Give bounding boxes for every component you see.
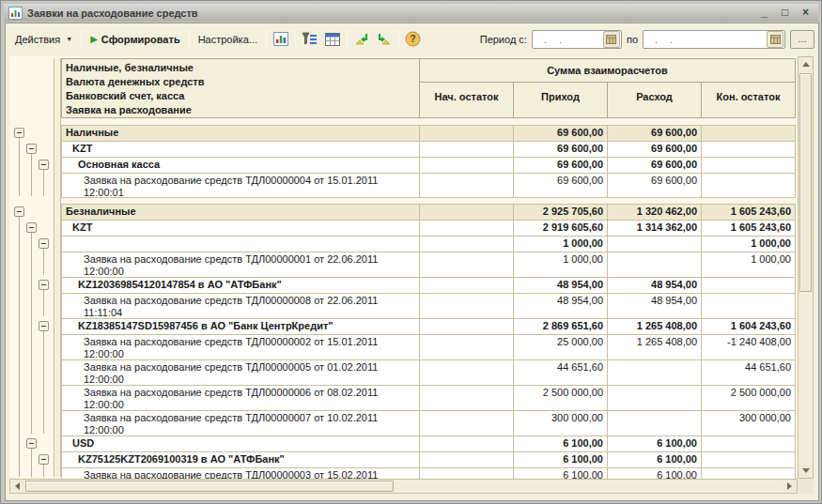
help-button[interactable]: ? [402, 28, 425, 51]
cell-begin-balance [420, 221, 514, 236]
cell-income: 6 100,00 [514, 452, 608, 467]
period-to-input[interactable]: . . [643, 30, 785, 49]
cell-income: 69 600,00 [514, 126, 608, 141]
toolbar-separator [295, 30, 296, 49]
tree-connector [43, 290, 44, 316]
collapse-toggle[interactable] [39, 280, 49, 290]
report-area: Наличные, безналичные Валюта денежных ср… [9, 56, 798, 479]
generate-label: Сформировать [101, 34, 180, 45]
table-settings-button[interactable] [321, 28, 344, 51]
collapse-toggle[interactable] [39, 238, 49, 249]
table-row[interactable]: 1 000,001 000,00 [61, 236, 796, 252]
app-window: Заявки на расходование средств _ □ × Дей… [0, 0, 822, 504]
cell-begin-balance [420, 126, 514, 141]
cell-begin-balance [420, 468, 514, 479]
cell-expense: 69 600,00 [608, 126, 702, 141]
report-variant-button[interactable] [270, 28, 292, 51]
scroll-up-button[interactable] [799, 57, 813, 71]
tree-connector [19, 217, 20, 477]
cell-income: 2 869 651,60 [514, 319, 608, 334]
collapse-groups-button[interactable] [350, 28, 373, 51]
actions-button[interactable]: Действия ▼ [9, 28, 78, 51]
table-row[interactable]: KZT2 919 605,601 314 362,001 605 243,60 [61, 220, 796, 236]
table-row[interactable]: USD6 100,006 100,00 [61, 435, 796, 451]
calendar-button[interactable] [767, 31, 783, 48]
cell-income: 300 000,00 [514, 411, 608, 435]
table-row[interactable]: Заявка на расходование средств ТДЛ000000… [61, 359, 796, 385]
scroll-left-button[interactable] [10, 480, 24, 493]
filter-button[interactable] [299, 28, 321, 51]
scroll-down-button[interactable] [799, 464, 813, 478]
table-row[interactable]: Заявка на расходование средств ТДЛ000000… [61, 385, 796, 410]
vertical-scroll-thumb[interactable] [799, 73, 812, 292]
scroll-right-button[interactable] [783, 480, 797, 493]
horizontal-scrollbar[interactable] [9, 479, 798, 494]
row-label: Заявка на расходование средств ТДЛ000000… [61, 411, 420, 435]
cell-begin-balance [420, 205, 514, 220]
play-icon: ▶ [90, 34, 98, 44]
cell-income: 6 100,00 [514, 436, 608, 451]
collapse-toggle[interactable] [26, 438, 37, 449]
cell-begin-balance [420, 294, 514, 318]
table-row[interactable]: Заявка на расходование средств ТДЛ000000… [61, 467, 796, 479]
collapse-toggle[interactable] [39, 321, 49, 331]
collapse-toggle[interactable] [26, 222, 37, 233]
table-row[interactable]: KZ120369854120147854 в АО "АТФБанк"48 95… [61, 277, 796, 293]
row-label: Основная касса [61, 158, 420, 173]
title-bar[interactable]: Заявки на расходование средств _ □ × [4, 4, 818, 22]
cell-begin-balance [420, 411, 514, 435]
cell-income: 69 600,00 [514, 142, 608, 157]
vertical-scrollbar[interactable] [798, 56, 814, 479]
cell-expense [608, 386, 702, 410]
tree-connector [31, 154, 32, 196]
row-label: Наличные [61, 126, 420, 141]
table-row[interactable]: Заявка на расходование средств ТДЛ000000… [61, 252, 796, 277]
cell-end-balance: 2 500 000,00 [702, 386, 796, 410]
toolbar-separator [398, 30, 399, 49]
cell-begin-balance [420, 278, 514, 293]
row-label: Заявка на расходование средств ТДЛ000000… [61, 294, 420, 318]
cell-end-balance [702, 142, 796, 157]
window-title: Заявки на расходование средств [27, 8, 752, 19]
cell-expense: 1 265 408,00 [608, 319, 702, 334]
tree-connector [31, 233, 32, 434]
row-label: KZT [61, 142, 420, 157]
svg-text:?: ? [411, 34, 416, 44]
table-row[interactable]: Заявка на расходование средств ТДЛ000000… [61, 410, 796, 435]
maximize-button[interactable]: □ [777, 6, 793, 20]
table-row[interactable]: KZ75125KZT2069100319 в АО "АТФБанк"6 100… [61, 451, 796, 467]
table-row[interactable]: Безналичные2 925 705,601 320 462,001 605… [61, 204, 796, 220]
collapse-toggle[interactable] [39, 454, 49, 465]
cell-income: 2 925 705,60 [514, 205, 608, 220]
generate-button[interactable]: ▶ Сформировать [85, 28, 186, 51]
table-row[interactable]: Наличные69 600,0069 600,00 [61, 125, 796, 141]
expand-groups-button[interactable] [373, 28, 395, 51]
collapse-toggle[interactable] [26, 144, 37, 154]
table-icon [325, 33, 340, 46]
minimize-button[interactable]: _ [756, 6, 772, 20]
window-content: Действия ▼ ▶ Сформировать Настройка... [5, 23, 819, 501]
calendar-button[interactable] [603, 31, 620, 48]
period-more-button[interactable]: ... [790, 30, 814, 49]
cell-income: 48 954,00 [514, 278, 608, 293]
table-row[interactable]: KZT69 600,0069 600,00 [61, 141, 796, 157]
settings-button[interactable]: Настройка... [193, 28, 263, 51]
table-row[interactable]: Заявка на расходование средств ТДЛ000000… [61, 173, 796, 198]
period-from-input[interactable]: . . [532, 30, 622, 49]
row-label: KZ18385147SD15987456 в АО "Банк ЦентрКре… [61, 319, 420, 334]
scrollbar-corner [798, 479, 814, 494]
collapse-toggle[interactable] [39, 160, 49, 170]
table-row[interactable]: Основная касса69 600,0069 600,00 [61, 157, 796, 173]
cell-end-balance [702, 294, 796, 318]
tree-connector [43, 249, 44, 275]
collapse-toggle[interactable] [14, 206, 24, 217]
collapse-toggle[interactable] [14, 128, 24, 138]
close-button[interactable]: × [798, 6, 814, 20]
table-row[interactable]: KZ18385147SD15987456 в АО "Банк ЦентрКре… [61, 318, 796, 334]
table-row[interactable]: Заявка на расходование средств ТДЛ000000… [61, 293, 796, 318]
table-row[interactable]: Заявка на расходование средств ТДЛ000000… [61, 334, 796, 359]
horizontal-scroll-thumb[interactable] [25, 481, 394, 492]
cell-expense: 69 600,00 [608, 158, 702, 173]
cell-income: 2 919 605,60 [514, 221, 608, 236]
cell-end-balance: 44 651,60 [702, 360, 796, 385]
